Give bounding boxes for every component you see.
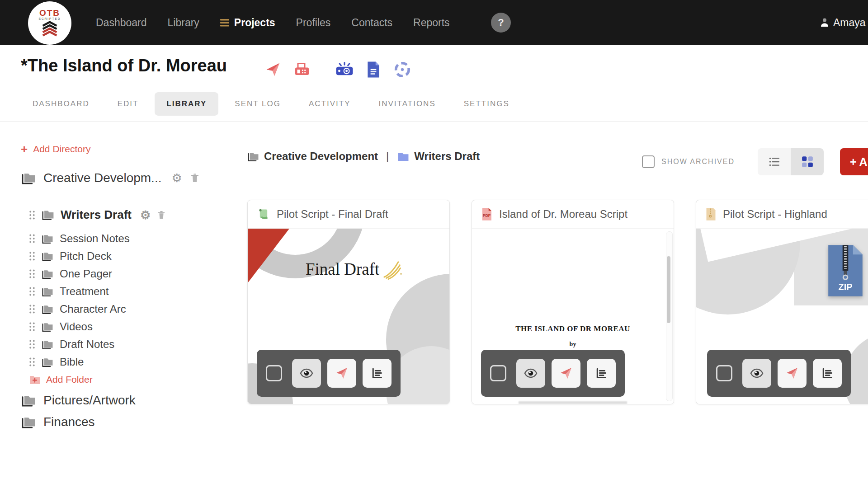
sidebar-directory-pictures-artwork[interactable]: Pictures/Artwork	[21, 393, 136, 408]
nav-item-projects-label: Projects	[234, 17, 275, 29]
breadcrumb-separator: |	[386, 150, 389, 163]
user-name: Amaya	[833, 17, 866, 29]
tab-edit[interactable]: EDIT	[106, 92, 151, 116]
file-select-checkbox[interactable]	[716, 365, 732, 381]
send-button[interactable]	[552, 359, 580, 388]
help-button[interactable]: ?	[491, 13, 511, 33]
sidebar-folder-draft-notes[interactable]: Draft Notes	[29, 338, 114, 351]
sidebar-folder-writers-draft[interactable]: Writers Draft ⚙	[29, 208, 166, 222]
trash-icon[interactable]	[189, 172, 200, 184]
fax-icon[interactable]	[293, 61, 311, 79]
breadcrumb-creative-development[interactable]: Creative Development	[247, 150, 378, 163]
folder-plus-icon	[29, 375, 41, 385]
drag-handle-icon[interactable]	[29, 322, 35, 332]
activity-chart-icon	[370, 366, 384, 380]
top-nav: OTB SCRIPTED Dashboard Library	[0, 0, 868, 45]
grid-view-button[interactable]	[791, 148, 824, 175]
sidebar-folder-session-notes[interactable]: Session Notes	[29, 232, 130, 245]
tab-invitations[interactable]: INVITATIONS	[367, 92, 448, 116]
drag-handle-icon[interactable]	[29, 286, 35, 296]
folder-icon	[247, 151, 259, 162]
add-directory-button[interactable]: + Add Directory	[21, 144, 90, 155]
folder-name: Bible	[60, 356, 84, 368]
scrollbar-thumb[interactable]	[667, 256, 670, 323]
file-card-pilot-script-highland[interactable]: Pilot Script - Highland ZIP	[696, 200, 868, 404]
document-title-line: THE ISLAND OF DR MOREAU	[472, 324, 674, 333]
zip-archive-icon: ZIP	[826, 244, 864, 297]
sidebar-folder-pitch-deck[interactable]: Pitch Deck	[29, 250, 112, 263]
sidebar-folder-character-arc[interactable]: Character Arc	[29, 303, 126, 315]
gear-icon[interactable]: ⚙	[171, 172, 182, 184]
projector-icon[interactable]	[335, 61, 354, 79]
drag-handle-icon[interactable]	[29, 269, 35, 279]
file-preview: THE ISLAND OF DR MOREAU by Richard Stanl…	[472, 229, 674, 404]
file-select-checkbox[interactable]	[490, 365, 506, 381]
activity-button[interactable]	[587, 359, 616, 388]
trash-icon[interactable]	[156, 210, 166, 221]
nav-item-projects[interactable]: Projects	[220, 17, 275, 29]
tab-settings[interactable]: SETTINGS	[452, 92, 521, 116]
activity-button[interactable]	[363, 359, 392, 388]
sidebar-directory-finances[interactable]: Finances	[21, 415, 95, 429]
sidebar-folder-bible[interactable]: Bible	[29, 356, 84, 368]
project-tabs: DASHBOARD EDIT LIBRARY SENT LOG ACTIVITY…	[21, 92, 521, 116]
preview-button[interactable]	[742, 359, 771, 388]
nav-item-library[interactable]: Library	[168, 17, 199, 29]
final-draft-swoosh-icon	[381, 259, 402, 280]
hamburger-icon	[220, 19, 230, 27]
tab-dashboard[interactable]: DASHBOARD	[21, 92, 101, 116]
user-menu[interactable]: Amaya	[819, 0, 866, 45]
drag-handle-icon[interactable]	[29, 304, 35, 314]
nav-item-dashboard[interactable]: Dashboard	[96, 17, 147, 29]
grid-view-icon	[802, 156, 813, 168]
folder-icon	[41, 209, 55, 221]
send-button[interactable]	[778, 359, 807, 388]
nav-item-profiles[interactable]: Profiles	[296, 17, 331, 29]
drag-handle-icon[interactable]	[29, 251, 35, 261]
drag-handle-icon[interactable]	[29, 234, 35, 244]
script-file-icon	[257, 208, 270, 221]
send-icon[interactable]	[264, 61, 282, 79]
document-icon[interactable]	[364, 61, 382, 79]
decorative-red-wedge	[248, 229, 289, 283]
file-card-island-of-dr-moreau-script[interactable]: PDF Island of Dr. Moreau Script THE ISLA…	[472, 200, 674, 404]
file-card-pilot-script-final-draft[interactable]: Pilot Script - Final Draft Final Draft	[247, 200, 450, 404]
send-button[interactable]	[327, 359, 356, 388]
activity-button[interactable]	[813, 359, 842, 388]
sidebar-folder-treatment[interactable]: Treatment	[29, 285, 108, 298]
sync-icon[interactable]	[393, 61, 411, 79]
gear-icon[interactable]: ⚙	[140, 209, 151, 221]
preview-button[interactable]	[292, 359, 321, 388]
list-view-button[interactable]	[758, 148, 791, 175]
view-mode-toggle	[758, 148, 824, 175]
zip-label: ZIP	[838, 282, 852, 292]
add-file-button[interactable]: + A	[840, 148, 868, 175]
folder-icon	[41, 251, 54, 262]
sidebar-folder-videos[interactable]: Videos	[29, 320, 93, 333]
tabs-divider	[0, 121, 868, 122]
list-view-icon	[768, 156, 781, 168]
tab-sent-log[interactable]: SENT LOG	[223, 92, 292, 116]
app-logo[interactable]: OTB SCRIPTED	[28, 1, 71, 45]
preview-scrollbar[interactable]	[666, 231, 673, 401]
sidebar-folder-one-pager[interactable]: One Pager	[29, 267, 112, 280]
tab-library[interactable]: LIBRARY	[155, 92, 218, 116]
file-action-bar	[707, 350, 851, 397]
breadcrumb-label: Writers Draft	[414, 150, 480, 163]
tab-activity[interactable]: ACTIVITY	[297, 92, 363, 116]
sidebar-directory-creative-development[interactable]: Creative Developm... ⚙	[21, 171, 200, 185]
add-folder-button[interactable]: Add Folder	[29, 374, 93, 385]
drag-handle-icon[interactable]	[29, 339, 35, 349]
show-archived-checkbox[interactable]	[642, 155, 655, 168]
nav-item-reports[interactable]: Reports	[413, 17, 450, 29]
preview-button[interactable]	[516, 359, 545, 388]
nav-item-contacts[interactable]: Contacts	[351, 17, 392, 29]
folder-icon	[41, 304, 54, 315]
breadcrumb-writers-draft[interactable]: Writers Draft	[397, 150, 480, 163]
show-archived-label: SHOW ARCHIVED	[661, 158, 735, 166]
drag-handle-icon[interactable]	[29, 210, 35, 220]
plus-icon: +	[21, 145, 28, 154]
folder-name: Session Notes	[60, 232, 130, 245]
file-select-checkbox[interactable]	[266, 365, 282, 381]
drag-handle-icon[interactable]	[29, 357, 35, 367]
